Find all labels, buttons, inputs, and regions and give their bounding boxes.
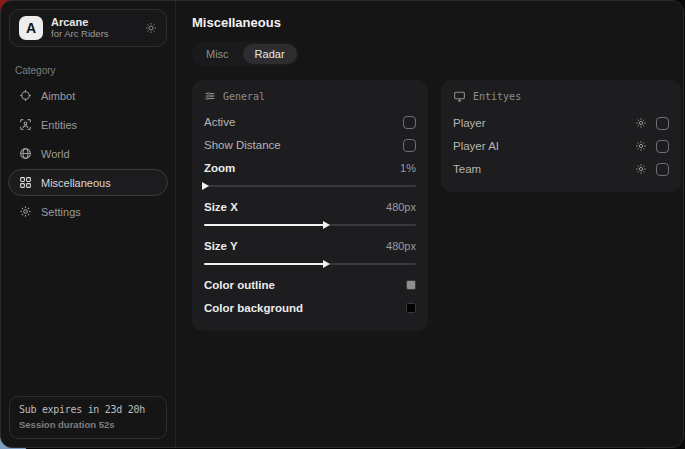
tab-bar: Misc Radar [192, 42, 299, 66]
grid-icon [19, 176, 32, 189]
tab-misc[interactable]: Misc [194, 44, 241, 64]
row-player: Player [453, 112, 669, 134]
active-label: Active [204, 116, 235, 128]
entities-panel-title: Entityes [473, 91, 521, 102]
size-x-slider-thumb[interactable] [323, 221, 330, 229]
row-size-x: Size X 480px [204, 196, 416, 234]
session-duration-text: Session duration 52s [19, 419, 157, 430]
row-show-distance: Show Distance [204, 134, 416, 156]
sidebar-item-label: Aimbot [41, 90, 75, 102]
player-gear-icon[interactable] [635, 117, 647, 129]
row-active: Active [204, 111, 416, 133]
sliders-icon [204, 90, 216, 102]
show-distance-label: Show Distance [204, 139, 281, 151]
sidebar-nav: Aimbot Entities World [1, 82, 175, 225]
brand-subtitle: for Arc Riders [51, 29, 109, 40]
row-team: Team [453, 158, 669, 180]
zoom-value: 1% [400, 162, 416, 174]
active-checkbox[interactable] [403, 116, 416, 129]
zoom-slider-thumb[interactable] [202, 182, 209, 190]
sidebar-item-label: Entities [41, 119, 77, 131]
main-content: Miscellaneous Misc Radar General Active [176, 1, 684, 447]
zoom-label: Zoom [204, 162, 235, 174]
entities-panel: Entityes Player P [441, 80, 681, 192]
row-zoom: Zoom 1% [204, 157, 416, 195]
player-ai-label: Player AI [453, 140, 499, 152]
zoom-slider[interactable] [204, 181, 416, 191]
page-title: Miscellaneous [192, 15, 681, 30]
show-distance-checkbox[interactable] [403, 139, 416, 152]
color-outline-swatch[interactable] [406, 280, 416, 290]
general-panel-title: General [223, 91, 265, 102]
size-y-label: Size Y [204, 240, 238, 252]
sync-icon[interactable] [145, 22, 157, 34]
row-player-ai: Player AI [453, 135, 669, 157]
globe-icon [19, 147, 32, 160]
size-y-slider-thumb[interactable] [323, 260, 330, 268]
sidebar-item-settings[interactable]: Settings [8, 198, 168, 225]
entities-icon [19, 118, 32, 131]
size-y-slider[interactable] [204, 259, 416, 269]
sidebar-item-aimbot[interactable]: Aimbot [8, 82, 168, 109]
crosshair-icon [19, 89, 32, 102]
player-ai-checkbox[interactable] [656, 140, 669, 153]
player-label: Player [453, 117, 486, 129]
team-checkbox[interactable] [656, 163, 669, 176]
category-label: Category [15, 65, 161, 76]
row-color-background: Color background [204, 297, 416, 319]
monitor-icon [453, 90, 466, 103]
sub-expires-text: Sub expires in 23d 20h [19, 404, 157, 415]
color-outline-label: Color outline [204, 279, 275, 291]
sidebar-item-label: Miscellaneous [41, 177, 111, 189]
color-background-swatch[interactable] [406, 303, 416, 313]
subscription-box: Sub expires in 23d 20h Session duration … [9, 396, 167, 439]
size-x-slider[interactable] [204, 220, 416, 230]
color-background-label: Color background [204, 302, 303, 314]
sidebar-item-label: Settings [41, 206, 81, 218]
app-window: A Arcane for Arc Riders Category Aimbot [0, 0, 684, 448]
gear-icon [19, 205, 32, 218]
player-checkbox[interactable] [656, 117, 669, 130]
brand-card: A Arcane for Arc Riders [9, 9, 167, 47]
team-label: Team [453, 163, 481, 175]
general-panel: General Active Show Distance Zoom 1% [192, 80, 428, 331]
sidebar-item-miscellaneous[interactable]: Miscellaneous [8, 169, 168, 196]
brand-title: Arcane [51, 16, 109, 29]
size-x-value: 480px [386, 201, 416, 213]
row-size-y: Size Y 480px [204, 235, 416, 273]
sidebar: A Arcane for Arc Riders Category Aimbot [1, 1, 176, 447]
sidebar-item-entities[interactable]: Entities [8, 111, 168, 138]
size-x-label: Size X [204, 201, 238, 213]
brand-logo: A [19, 16, 43, 40]
sidebar-item-world[interactable]: World [8, 140, 168, 167]
row-color-outline: Color outline [204, 274, 416, 296]
size-y-value: 480px [386, 240, 416, 252]
tab-radar[interactable]: Radar [243, 44, 297, 64]
sidebar-item-label: World [41, 148, 70, 160]
player-ai-gear-icon[interactable] [635, 140, 647, 152]
team-gear-icon[interactable] [635, 163, 647, 175]
